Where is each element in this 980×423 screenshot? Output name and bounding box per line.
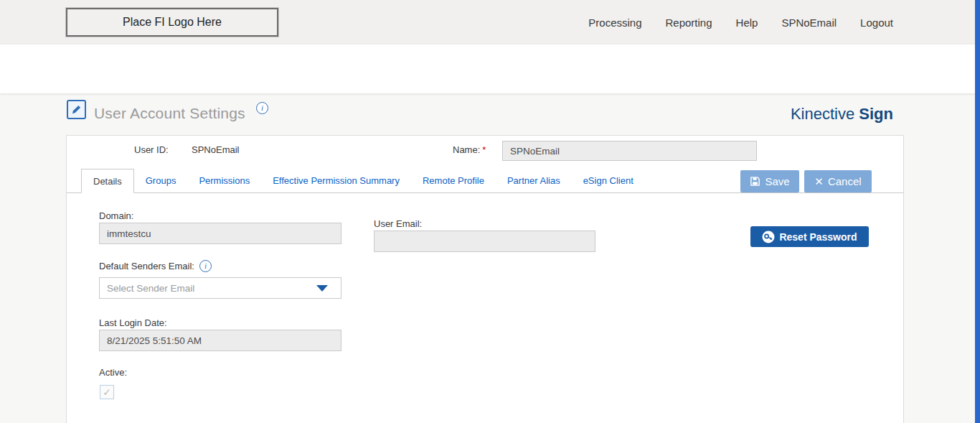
nav-item-reporting[interactable]: Reporting xyxy=(666,17,712,29)
user-id-value: SPNoEmail xyxy=(192,144,239,155)
save-button-label: Save xyxy=(765,175,789,187)
default-senders-email-label-row: Default Senders Email: xyxy=(99,260,212,272)
domain-label: Domain: xyxy=(99,210,133,221)
user-account-card: User ID: SPNoEmail Name:* Details Groups… xyxy=(66,135,904,423)
reset-password-button[interactable]: Reset Password xyxy=(750,226,869,247)
chevron-down-icon xyxy=(316,285,328,292)
dropdown-placeholder: Select Sender Email xyxy=(107,283,316,294)
top-nav: Processing Reporting Help SPNoEmail Logo… xyxy=(588,0,893,45)
name-input[interactable] xyxy=(502,141,757,161)
tab-permissions[interactable]: Permissions xyxy=(187,169,261,192)
brand-product: Sign xyxy=(859,105,893,123)
tab-effective-permission-summary[interactable]: Effective Permission Summary xyxy=(261,169,411,192)
last-login-date-input xyxy=(99,330,341,351)
scrollbar-thumb[interactable] xyxy=(975,0,980,423)
user-email-label: User Email: xyxy=(374,218,422,229)
active-label: Active: xyxy=(99,367,127,378)
name-label-text: Name: xyxy=(453,144,480,155)
info-icon[interactable] xyxy=(256,102,268,114)
active-checkbox[interactable] xyxy=(100,385,114,399)
page-title: User Account Settings xyxy=(94,105,245,122)
x-icon xyxy=(814,175,824,188)
tab-groups[interactable]: Groups xyxy=(134,169,188,192)
tab-remote-profile[interactable]: Remote Profile xyxy=(411,169,496,192)
top-bar: Place FI Logo Here Processing Reporting … xyxy=(0,0,980,45)
edit-document-icon xyxy=(67,100,86,119)
user-email-input xyxy=(374,231,595,252)
domain-input xyxy=(99,223,341,244)
floppy-disk-icon xyxy=(750,176,760,187)
reset-password-label: Reset Password xyxy=(779,231,857,243)
nav-item-username[interactable]: SPNoEmail xyxy=(781,17,837,29)
fi-logo-placeholder-text: Place FI Logo Here xyxy=(123,16,222,29)
fi-logo-placeholder: Place FI Logo Here xyxy=(66,8,278,37)
default-senders-email-label: Default Senders Email: xyxy=(99,261,194,271)
save-button[interactable]: Save xyxy=(740,170,799,192)
user-id-label: User ID: xyxy=(134,144,169,155)
nav-item-help[interactable]: Help xyxy=(736,17,758,29)
nav-item-processing[interactable]: Processing xyxy=(588,17,641,29)
tab-details[interactable]: Details xyxy=(81,169,134,193)
brand-name: Kinective xyxy=(791,105,854,123)
page-header: User Account Settings Kinective Sign xyxy=(0,45,980,93)
nav-item-logout[interactable]: Logout xyxy=(860,17,893,29)
cancel-button[interactable]: Cancel xyxy=(804,170,872,192)
info-icon[interactable] xyxy=(199,260,212,272)
tab-esign-client[interactable]: eSign Client xyxy=(572,169,645,192)
last-login-date-label: Last Login Date: xyxy=(99,317,167,328)
tab-partner-alias[interactable]: Partner Alias xyxy=(496,169,572,192)
cancel-button-label: Cancel xyxy=(828,175,862,187)
key-icon xyxy=(762,231,775,243)
required-marker: * xyxy=(482,144,486,155)
name-label: Name:* xyxy=(453,144,486,155)
default-senders-email-dropdown[interactable]: Select Sender Email xyxy=(99,277,341,299)
brand-logo: Kinective Sign xyxy=(791,105,893,124)
